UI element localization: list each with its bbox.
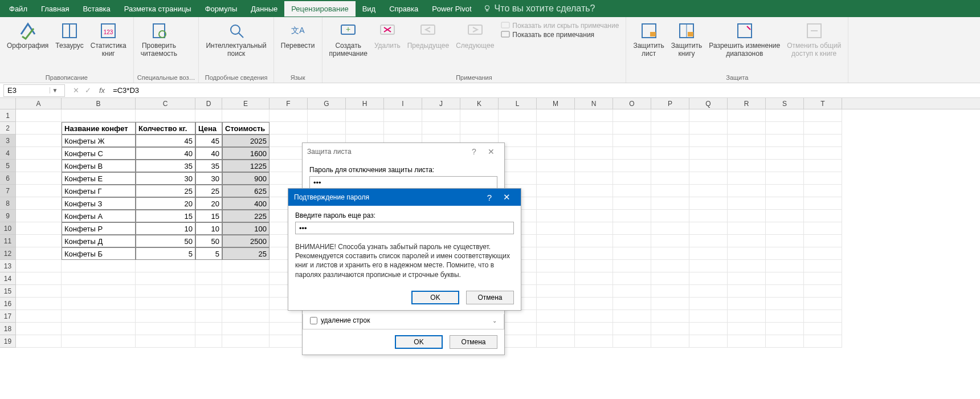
row-header[interactable]: 5 (0, 160, 16, 172)
cell[interactable] (384, 122, 422, 135)
cell[interactable] (651, 210, 689, 222)
cell[interactable] (804, 160, 842, 172)
cell[interactable]: 30 (136, 172, 195, 185)
cell[interactable] (766, 298, 804, 310)
cell[interactable] (613, 298, 651, 310)
cell[interactable]: Конфеты B (62, 160, 136, 172)
dialog-title-bar[interactable]: Подтверждение пароля ? ✕ (288, 189, 521, 206)
cell[interactable] (613, 197, 651, 210)
cell[interactable]: Колчество кг. (136, 122, 195, 135)
cell[interactable] (689, 109, 728, 122)
cell[interactable] (651, 310, 689, 323)
cell[interactable] (537, 298, 575, 310)
cell[interactable] (613, 235, 651, 247)
cell[interactable]: 400 (222, 197, 270, 210)
cell[interactable] (537, 197, 575, 210)
cell[interactable] (499, 122, 537, 135)
cell[interactable]: 20 (136, 197, 195, 210)
row-header[interactable]: 15 (0, 285, 16, 298)
ok-button[interactable]: OK (411, 291, 459, 304)
column-header[interactable]: N (575, 98, 613, 109)
cell[interactable]: 5 (195, 247, 222, 260)
cell[interactable] (537, 323, 575, 335)
cell[interactable] (537, 285, 575, 298)
menu-вставка[interactable]: Вставка (76, 1, 117, 17)
cell[interactable] (62, 285, 136, 298)
cell[interactable] (537, 247, 575, 260)
cell[interactable] (62, 310, 136, 323)
cell[interactable] (804, 285, 842, 298)
cell[interactable] (195, 260, 222, 272)
cell[interactable] (728, 135, 766, 147)
cell[interactable] (222, 285, 270, 298)
cell[interactable] (651, 160, 689, 172)
cell[interactable] (651, 272, 689, 285)
cell[interactable] (766, 272, 804, 285)
cell[interactable] (537, 185, 575, 197)
cell[interactable] (62, 298, 136, 310)
cell[interactable] (689, 323, 728, 335)
cell[interactable] (195, 335, 222, 348)
cell[interactable] (499, 109, 537, 122)
cell[interactable] (346, 109, 384, 122)
chevron-down-icon[interactable]: ⌄ (492, 317, 497, 324)
row-header[interactable]: 1 (0, 109, 16, 122)
cell[interactable] (575, 310, 613, 323)
cell[interactable] (195, 323, 222, 335)
cell[interactable] (575, 323, 613, 335)
cell[interactable] (651, 185, 689, 197)
cell[interactable] (384, 109, 422, 122)
cell[interactable] (16, 109, 62, 122)
column-header[interactable]: K (460, 98, 499, 109)
cell[interactable] (613, 147, 651, 160)
row-header[interactable]: 4 (0, 147, 16, 160)
close-icon[interactable]: ✕ (483, 147, 500, 156)
cell[interactable] (804, 109, 842, 122)
cell[interactable] (613, 260, 651, 272)
cell[interactable] (689, 135, 728, 147)
cell[interactable]: 50 (195, 235, 222, 247)
name-box[interactable]: ▼ (3, 84, 65, 97)
cell[interactable] (728, 147, 766, 160)
cell[interactable] (613, 272, 651, 285)
column-header[interactable]: T (804, 98, 842, 109)
menu-вид[interactable]: Вид (356, 1, 383, 17)
cell[interactable] (16, 272, 62, 285)
cell[interactable] (651, 323, 689, 335)
row-header[interactable]: 13 (0, 260, 16, 272)
cell[interactable] (651, 135, 689, 147)
cell[interactable] (651, 172, 689, 185)
cell[interactable] (613, 172, 651, 185)
cell[interactable] (728, 185, 766, 197)
cell[interactable]: 45 (136, 135, 195, 147)
cell[interactable] (537, 235, 575, 247)
cell[interactable]: Конфеты З (62, 197, 136, 210)
cell[interactable] (689, 160, 728, 172)
column-header[interactable]: Q (689, 98, 728, 109)
cell[interactable] (222, 109, 270, 122)
row-header[interactable]: 8 (0, 197, 16, 210)
cell[interactable] (16, 222, 62, 235)
cell[interactable] (766, 172, 804, 185)
cell[interactable] (222, 260, 270, 272)
column-header[interactable]: A (16, 98, 62, 109)
cell[interactable] (195, 285, 222, 298)
cell[interactable] (613, 285, 651, 298)
cell[interactable] (222, 298, 270, 310)
cell[interactable] (728, 235, 766, 247)
enter-formula-icon[interactable]: ✓ (85, 86, 91, 95)
cell[interactable] (575, 160, 613, 172)
cell[interactable] (136, 323, 195, 335)
cancel-formula-icon[interactable]: ✕ (73, 86, 79, 95)
menu-формулы[interactable]: Формулы (198, 1, 244, 17)
cell[interactable] (804, 260, 842, 272)
cell[interactable] (651, 197, 689, 210)
show-all-comments[interactable]: Показать все примечания (501, 31, 594, 39)
cell[interactable] (222, 310, 270, 323)
cell[interactable]: Конфеты Д (62, 235, 136, 247)
cell[interactable]: 30 (195, 172, 222, 185)
cell[interactable] (575, 222, 613, 235)
close-icon[interactable]: ✕ (498, 192, 515, 202)
cell[interactable] (804, 185, 842, 197)
cell[interactable]: Конфеты E (62, 172, 136, 185)
